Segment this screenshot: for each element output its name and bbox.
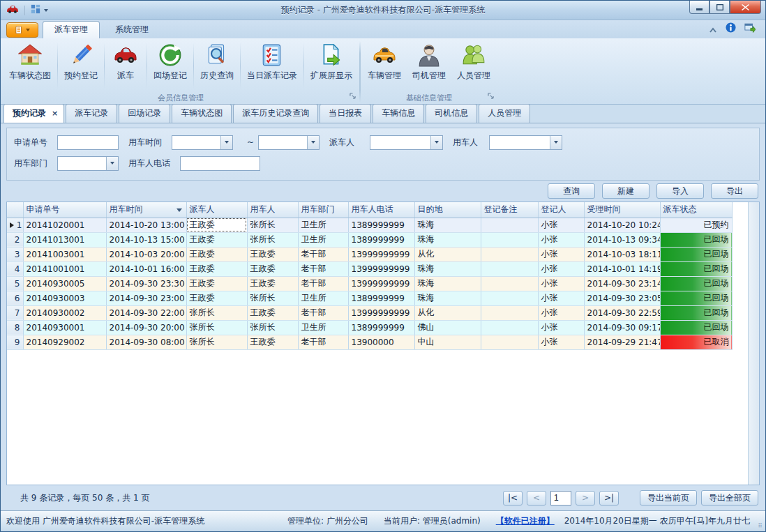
cell-dest[interactable]: 从化	[414, 305, 481, 320]
cell-phone[interactable]: 13999999999	[348, 261, 414, 276]
cell-note[interactable]	[481, 305, 538, 320]
chevron-down-icon[interactable]	[430, 136, 442, 149]
cell-use_time[interactable]: 2014-09-30 22:00	[106, 305, 186, 320]
filter-combo-派车人[interactable]	[370, 135, 443, 150]
table-row[interactable]: 8201409300012014-09-30 20:00张所长张所长卫生所138…	[7, 320, 732, 335]
row-selector[interactable]: 5	[7, 276, 23, 291]
cell-dispatcher[interactable]: 张所长	[186, 305, 247, 320]
cell-dispatcher[interactable]: 张所长	[186, 320, 247, 335]
table-row[interactable]: 4201410010012014-10-01 16:00王政委王政委老干部139…	[7, 261, 732, 276]
cell-dispatcher[interactable]: 王政委	[186, 276, 247, 291]
导入-button[interactable]: 导入	[656, 183, 704, 199]
cell-accept_time[interactable]: 2014-09-29 21:47	[584, 335, 660, 349]
新建-button[interactable]: 新建	[602, 183, 649, 199]
doc-tab-预约记录[interactable]: 预约记录×	[3, 104, 64, 123]
cell-status[interactable]: 已回场	[660, 247, 732, 261]
cell-dest[interactable]: 佛山	[414, 320, 481, 335]
cell-registrar[interactable]: 小张	[538, 305, 584, 320]
cell-use_time[interactable]: 2014-10-01 16:00	[106, 261, 186, 276]
cell-dest[interactable]: 中山	[414, 335, 481, 349]
doc-tab-派车记录[interactable]: 派车记录	[66, 104, 117, 123]
ribbon-button-预约登记[interactable]: 预约登记	[59, 40, 103, 92]
cell-order_no[interactable]: 20140930002	[23, 305, 106, 320]
cell-registrar[interactable]: 小张	[538, 276, 584, 291]
cell-phone[interactable]: 1389999999	[348, 320, 414, 335]
filter-input-申请单号[interactable]	[57, 135, 119, 150]
cell-registrar[interactable]: 小张	[538, 247, 584, 261]
cell-user[interactable]: 王政委	[247, 305, 298, 320]
row-selector[interactable]: 7	[7, 305, 23, 320]
switch-window-icon[interactable]	[744, 22, 756, 36]
row-selector[interactable]: 6	[7, 291, 23, 305]
cell-dept[interactable]: 老干部	[298, 335, 348, 349]
last-page-button[interactable]: >|	[599, 491, 619, 506]
cell-order_no[interactable]: 20141013001	[23, 232, 106, 247]
cell-dest[interactable]: 珠海	[414, 276, 481, 291]
cell-order_no[interactable]: 20140930003	[23, 291, 106, 305]
row-selector[interactable]: 3	[7, 247, 23, 261]
filter-input-用车人电话[interactable]	[180, 156, 260, 171]
cell-dispatcher[interactable]: 王政委	[186, 261, 247, 276]
cell-use_time[interactable]: 2014-09-30 23:30	[106, 276, 186, 291]
vertical-scrollbar[interactable]	[748, 202, 759, 485]
cell-phone[interactable]: 13900000	[348, 335, 414, 349]
doc-tab-司机信息[interactable]: 司机信息	[426, 104, 477, 123]
cell-dest[interactable]: 珠海	[414, 291, 481, 305]
cell-phone[interactable]: 1389999999	[348, 291, 414, 305]
cell-phone[interactable]: 13999999999	[348, 305, 414, 320]
table-row[interactable]: 3201410030012014-10-03 20:00王政委王政委老干部139…	[7, 247, 732, 261]
row-selector[interactable]: 9	[7, 335, 23, 349]
cell-status[interactable]: 已回场	[660, 232, 732, 247]
title-bar[interactable]: 预约记录 - 广州爱奇迪软件科技有限公司-派车管理系统	[1, 1, 765, 20]
table-row[interactable]: 9201409290022014-09-30 08:00张所长王政委老干部139…	[7, 335, 732, 349]
cell-note[interactable]	[481, 335, 538, 349]
cell-dept[interactable]: 卫生所	[298, 218, 348, 232]
cell-dept[interactable]: 卫生所	[298, 291, 348, 305]
cell-dept[interactable]: 老干部	[298, 247, 348, 261]
ribbon-button-当日派车记录[interactable]: 当日派车记录	[241, 40, 303, 92]
chevron-down-icon[interactable]	[106, 157, 118, 170]
doc-tab-当日报表[interactable]: 当日报表	[320, 104, 371, 123]
layout-icon[interactable]	[31, 3, 40, 17]
cell-accept_time[interactable]: 2014-09-30 22:59	[584, 305, 660, 320]
column-header-申请单号[interactable]: 申请单号	[23, 202, 106, 218]
cell-accept_time[interactable]: 2014-10-01 14:19	[584, 261, 660, 276]
cell-order_no[interactable]: 20141001001	[23, 261, 106, 276]
cell-accept_time[interactable]: 2014-10-13 09:34	[584, 232, 660, 247]
column-header-派车人[interactable]: 派车人	[186, 202, 247, 218]
table-row[interactable]: 2201410130012014-10-13 15:00王政委张所长卫生所138…	[7, 232, 732, 247]
cell-dispatcher[interactable]: 张所长	[186, 335, 247, 349]
ribbon-button-车辆状态图[interactable]: 车辆状态图	[3, 40, 57, 92]
first-page-button[interactable]: |<	[503, 491, 523, 506]
cell-status[interactable]: 已回场	[660, 305, 732, 320]
cell-use_time[interactable]: 2014-10-13 15:00	[106, 232, 186, 247]
row-selector[interactable]: 4	[7, 261, 23, 276]
cell-use_time[interactable]: 2014-09-30 08:00	[106, 335, 186, 349]
ribbon-button-司机管理[interactable]: 司机管理	[407, 40, 451, 92]
maximize-button[interactable]	[709, 1, 730, 14]
ribbon-button-回场登记[interactable]: 回场登记	[148, 40, 193, 92]
page-number-input[interactable]	[550, 491, 571, 506]
cell-accept_time[interactable]: 2014-10-20 10:24	[584, 218, 660, 232]
ribbon-tab-系统管理[interactable]: 系统管理	[104, 22, 160, 38]
cell-dept[interactable]: 老干部	[298, 305, 348, 320]
app-menu-button[interactable]	[6, 22, 38, 38]
column-header-受理时间[interactable]: 受理时间	[584, 202, 660, 218]
table-row[interactable]: 1201410200012014-10-20 13:00王政委张所长卫生所138…	[7, 218, 732, 232]
table-row[interactable]: 5201409300052014-09-30 23:30王政委王政委老干部139…	[7, 276, 732, 291]
cell-status[interactable]: 已回场	[660, 320, 732, 335]
cell-note[interactable]	[481, 320, 538, 335]
cell-order_no[interactable]: 20140929002	[23, 335, 106, 349]
table-row[interactable]: 7201409300022014-09-30 22:00张所长王政委老干部139…	[7, 305, 732, 320]
toolbar-dropdown-icon[interactable]	[44, 9, 48, 12]
column-header-目的地[interactable]: 目的地	[414, 202, 481, 218]
row-selector[interactable]: 8	[7, 320, 23, 335]
cell-phone[interactable]: 1389999999	[348, 218, 414, 232]
cell-dispatcher[interactable]: 王政委	[186, 232, 247, 247]
cell-use_time[interactable]: 2014-10-03 20:00	[106, 247, 186, 261]
doc-tab-派车历史记录查询[interactable]: 派车历史记录查询	[233, 104, 318, 123]
registered-link[interactable]: 【软件已注册】	[496, 515, 555, 527]
cell-note[interactable]	[481, 291, 538, 305]
ribbon-button-派车[interactable]: 派车	[105, 40, 146, 92]
filter-combo-用车时间[interactable]	[172, 135, 233, 150]
